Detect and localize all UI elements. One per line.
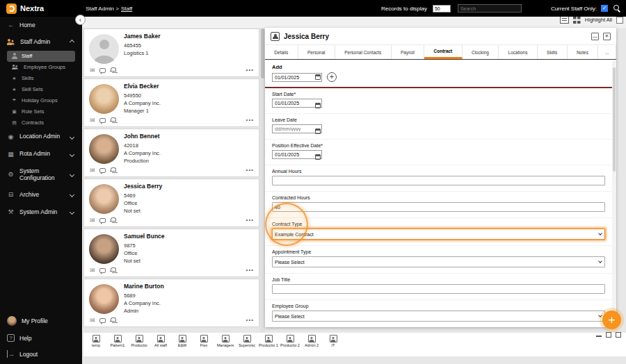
filter-pattern1[interactable]: Pattern1: [108, 335, 127, 347]
sidebar-item-staff-admin[interactable]: Staff Admin: [0, 34, 82, 51]
more-options-icon[interactable]: •••: [246, 217, 254, 223]
tab-skills[interactable]: Skills: [538, 45, 568, 59]
more-options-icon[interactable]: •••: [246, 167, 254, 173]
bell-icon[interactable]: [110, 67, 115, 74]
sidebar-item-rota-admin[interactable]: ▦ Rota Admin: [0, 146, 82, 163]
list-view-icon[interactable]: [560, 16, 569, 24]
mail-icon[interactable]: ✉: [90, 317, 95, 324]
add-contract-button[interactable]: +: [327, 72, 337, 82]
sidebar-item-skills[interactable]: ★ Skills: [7, 73, 75, 84]
highlight-all-checkbox[interactable]: [616, 17, 623, 24]
staff-card-james-baker[interactable]: James Baker 465455 Logistics 1 ✉ •••: [83, 28, 259, 77]
tab-locations[interactable]: Locations: [499, 45, 538, 59]
mail-icon[interactable]: ✉: [90, 167, 95, 174]
calendar-icon[interactable]: [315, 129, 321, 134]
filter-it[interactable]: IT: [323, 335, 343, 347]
more-options-icon[interactable]: •••: [246, 67, 254, 73]
bell-icon[interactable]: [110, 217, 115, 224]
tab-more[interactable]: ...: [598, 45, 616, 59]
current-staff-only-checkbox[interactable]: ✓: [601, 5, 608, 12]
sidebar-item-role-sets[interactable]: ▣ Role Sets: [7, 106, 75, 117]
filter-temp[interactable]: temp: [86, 335, 106, 347]
chat-icon[interactable]: [99, 268, 106, 273]
detail-scrollbar-thumb[interactable]: [613, 67, 616, 172]
collapse-panel-button[interactable]: ‹: [75, 15, 86, 25]
contract-type-select[interactable]: Example Contract: [272, 229, 605, 240]
more-options-icon[interactable]: •••: [246, 267, 254, 273]
restore-window-icon[interactable]: [606, 332, 611, 338]
tab-contract[interactable]: Contract: [424, 45, 462, 59]
tab-personal[interactable]: Personal: [298, 45, 335, 59]
mail-icon[interactable]: ✉: [90, 67, 95, 74]
bell-icon[interactable]: [110, 317, 115, 324]
annual-hours-input[interactable]: [272, 176, 605, 185]
top-bar: Nextra Staff Admin > Staff Records to di…: [0, 0, 626, 17]
tab-payroll[interactable]: Payroll: [392, 45, 425, 59]
filter-admin-2[interactable]: Admin 2: [302, 335, 321, 347]
filter-ew[interactable]: E&W: [172, 335, 192, 347]
filter-supervisors[interactable]: Supervisc: [237, 335, 257, 347]
staff-card-samuel-bunce[interactable]: Samuel Bunce 9875 Office Not set ✉ •••: [83, 229, 259, 277]
bell-icon[interactable]: [110, 117, 115, 124]
chat-icon[interactable]: [99, 168, 106, 173]
tab-notes[interactable]: Notes: [568, 45, 599, 59]
tab-details[interactable]: Details: [265, 45, 298, 59]
chat-icon[interactable]: [99, 118, 106, 123]
panel-minimize-icon[interactable]: —: [591, 33, 599, 40]
contracted-hours-input[interactable]: [272, 202, 605, 212]
sidebar-item-contracts[interactable]: ▤ Contracts: [7, 117, 75, 129]
records-to-display-input[interactable]: [433, 5, 451, 13]
filter-flex[interactable]: Flex: [194, 335, 214, 347]
filter-managers[interactable]: Managers: [216, 335, 235, 347]
more-options-icon[interactable]: •••: [246, 317, 254, 323]
tab-personal-contacts[interactable]: Personal Contacts: [335, 45, 392, 59]
panel-close-icon[interactable]: ✕: [603, 33, 611, 40]
sidebar-item-staff[interactable]: Staff: [7, 51, 75, 62]
chat-icon[interactable]: [99, 218, 106, 223]
sidebar-item-skill-sets[interactable]: ★ Skill Sets: [7, 84, 75, 95]
filter-production-1[interactable]: Productio 1: [259, 335, 278, 347]
search-input[interactable]: [458, 4, 522, 13]
sidebar-item-system-configuration[interactable]: ⚙ System Configuration: [0, 163, 82, 187]
search-icon[interactable]: [613, 5, 620, 12]
sidebar-item-logout[interactable]: → Logout: [0, 346, 82, 362]
staff-card-john-bennet[interactable]: John Bennet 42018 A Company Inc. Product…: [83, 129, 259, 177]
staff-card-jessica-berry[interactable]: Jessica Berry 5469 Office Not set ✉ •••: [83, 179, 259, 227]
mail-icon[interactable]: ✉: [90, 217, 95, 224]
sidebar-item-employee-groups[interactable]: Employee Groups: [7, 62, 75, 73]
filter-production[interactable]: Productio: [129, 335, 149, 347]
sidebar-item-holiday-groups[interactable]: ☂ Holiday Groups: [7, 95, 75, 106]
bell-icon[interactable]: [110, 267, 115, 274]
staff-list-scrollbar-thumb[interactable]: [261, 28, 264, 78]
tab-clocking[interactable]: Clocking: [463, 45, 499, 59]
minimize-window-icon[interactable]: [596, 332, 602, 338]
maximize-window-icon[interactable]: [616, 332, 621, 338]
filter-production-2[interactable]: Productio 2: [280, 335, 300, 347]
appointment-type-select[interactable]: Please Select: [272, 256, 605, 267]
sidebar-item-help[interactable]: ? Help: [0, 330, 82, 346]
calendar-icon[interactable]: [315, 74, 321, 80]
sidebar-item-location-admin[interactable]: ◉ Location Admin: [0, 129, 82, 146]
sidebar-item-archive[interactable]: ⊟ Archive: [0, 186, 82, 204]
filter-all-staff[interactable]: All staff: [151, 335, 170, 347]
add-staff-fab-button[interactable]: +: [602, 311, 621, 329]
bell-icon[interactable]: [110, 167, 115, 174]
sidebar-item-my-profile[interactable]: My Profile: [0, 312, 82, 330]
chevron-down-icon: [70, 210, 74, 215]
staff-card-marine-burton[interactable]: Marine Burton 5689 A Company Inc. Admin …: [83, 279, 259, 327]
more-options-icon[interactable]: •••: [246, 117, 254, 123]
sidebar-item-home[interactable]: ← Home: [0, 17, 82, 34]
calendar-icon[interactable]: [315, 103, 321, 108]
job-title-input[interactable]: [272, 284, 605, 294]
chat-icon[interactable]: [99, 68, 106, 73]
grid-view-icon[interactable]: [573, 16, 581, 24]
mail-icon[interactable]: ✉: [90, 117, 95, 124]
employee-group-select[interactable]: Please Select: [272, 311, 605, 322]
chat-icon[interactable]: [99, 318, 106, 323]
staff-list-scrollbar: [260, 28, 265, 332]
staff-card-elvia-becker[interactable]: Elvia Becker 549550 A Company Inc. Manag…: [83, 78, 259, 127]
sidebar-item-system-admin[interactable]: ⚒ System Admin: [0, 204, 82, 221]
breadcrumb-current-link[interactable]: Staff: [121, 6, 132, 12]
mail-icon[interactable]: ✉: [90, 267, 95, 274]
calendar-icon[interactable]: [315, 154, 321, 160]
